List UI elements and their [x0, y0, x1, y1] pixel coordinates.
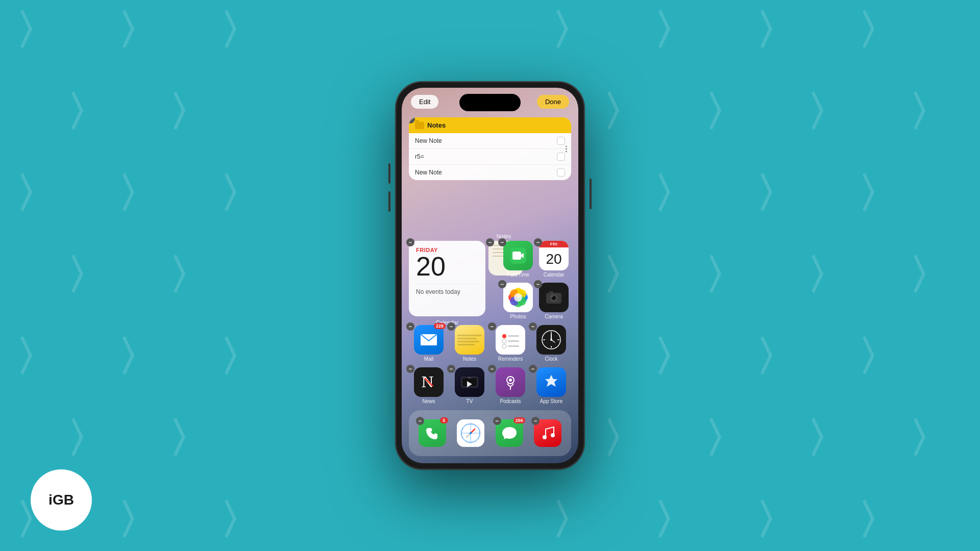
phone-svg [425, 426, 439, 440]
safari-dock-app[interactable]: − [457, 419, 484, 447]
camera-app[interactable]: − Camera [536, 283, 571, 323]
chevron-icon: 〉 [755, 337, 796, 378]
reminders-app[interactable]: − Reminders [491, 325, 530, 362]
chevron-icon: 〉 [219, 173, 260, 214]
photos-label: Photos [510, 314, 526, 319]
reminders-label: Reminders [498, 356, 523, 362]
mail-app[interactable]: − 228 Mail [409, 325, 449, 362]
notes-widget-large[interactable]: − Notes New Note r5= [409, 117, 571, 180]
volume-up-button [388, 163, 390, 184]
chevron-icon: 〉 [117, 500, 158, 541]
phone-screen: Edit Done − Notes New Note [402, 88, 578, 463]
news-remove[interactable]: − [406, 365, 414, 373]
notes-app-icon[interactable] [455, 325, 484, 355]
mail-icon[interactable]: 228 [414, 325, 444, 355]
calendar-no-events: No events today [416, 288, 478, 295]
dynamic-island [459, 94, 521, 111]
chevron-icon: 〉 [857, 173, 898, 214]
chevron-icon: 〉 [168, 418, 209, 459]
notes-row-2[interactable]: r5= [409, 149, 571, 165]
mail-label: Mail [424, 356, 433, 362]
news-svg: N [420, 373, 438, 391]
chevron-icon: 〉 [653, 337, 694, 378]
phone-dock-app[interactable]: − 5 [419, 419, 446, 447]
facetime-label: FaceTime [507, 272, 529, 278]
tv-remove[interactable]: − [447, 365, 455, 373]
reminders-remove[interactable]: − [488, 322, 496, 331]
notes-checkbox-2[interactable] [557, 153, 565, 161]
notes-small-remove[interactable]: − [486, 238, 494, 246]
podcasts-app[interactable]: − Podcasts [491, 367, 530, 404]
podcasts-svg [502, 373, 519, 391]
svg-rect-23 [508, 345, 519, 347]
podcasts-label: Podcasts [500, 398, 521, 404]
chevron-icon: 〉 [909, 92, 949, 133]
photos-remove[interactable]: − [498, 280, 506, 288]
chevron-icon: 〉 [755, 173, 796, 214]
podcasts-icon[interactable] [496, 367, 525, 397]
news-app[interactable]: − N News [409, 367, 449, 404]
phone-dock-remove[interactable]: − [416, 417, 424, 425]
notes-row-1[interactable]: New Note [409, 133, 571, 149]
messages-dock-remove[interactable]: − [493, 417, 501, 425]
svg-point-10 [514, 293, 522, 302]
edit-button[interactable]: Edit [411, 95, 438, 109]
clock-remove[interactable]: − [529, 322, 537, 331]
notes-widget-title: Notes [427, 121, 446, 129]
clock-icon[interactable] [536, 325, 566, 355]
chevron-icon: 〉 [653, 500, 694, 541]
safari-dock-icon[interactable] [457, 419, 484, 447]
facetime-remove[interactable]: − [498, 238, 506, 246]
news-icon[interactable]: N [414, 367, 444, 397]
tv-label: TV [467, 398, 473, 404]
mail-svg [420, 333, 438, 346]
notes-checkbox-1[interactable] [557, 137, 565, 145]
calendar-widget-remove[interactable]: − [406, 238, 414, 246]
calendar-remove[interactable]: − [534, 238, 542, 246]
calendar-widget[interactable]: − FRIDAY 20 No events today [409, 241, 485, 316]
facetime-icon[interactable] [503, 241, 533, 270]
chevron-icon: 〉 [66, 92, 107, 133]
calendar-icon[interactable]: FRI 20 [539, 241, 569, 270]
svg-rect-12 [549, 291, 553, 294]
svg-point-37 [509, 379, 512, 382]
facetime-app[interactable]: − FaceTime [501, 241, 535, 282]
camera-icon[interactable] [539, 283, 569, 312]
app-grid-row3: − N News − [409, 367, 571, 404]
chevron-icon: 〉 [15, 173, 56, 214]
chevron-icon: 〉 [806, 92, 847, 133]
volume-down-button [388, 191, 390, 212]
notes-row-3[interactable]: New Note [409, 165, 571, 180]
calendar-app[interactable]: − FRI 20 Calendar [536, 241, 571, 282]
appstore-app[interactable]: − App Store [531, 367, 571, 404]
photos-app[interactable]: − [501, 283, 535, 323]
photos-icon[interactable] [503, 283, 533, 312]
music-dock-app[interactable]: − [534, 419, 561, 447]
svg-point-20 [502, 339, 506, 343]
messages-dock-app[interactable]: − 266 [496, 419, 523, 447]
appstore-icon[interactable] [536, 367, 566, 397]
reminders-icon[interactable] [496, 325, 525, 355]
tv-app[interactable]: − TV+ TV [450, 367, 489, 404]
mail-remove[interactable]: − [406, 322, 414, 331]
chevron-icon: 〉 [602, 255, 643, 296]
svg-point-22 [502, 344, 506, 348]
chevron-icon: 〉 [551, 10, 592, 51]
notes-app-remove[interactable]: − [447, 322, 455, 331]
chevron-icon: 〉 [117, 10, 158, 51]
podcasts-remove[interactable]: − [488, 365, 496, 373]
notes-checkbox-3[interactable] [557, 168, 565, 177]
chevron-icon: 〉 [117, 337, 158, 378]
clock-app[interactable]: − [531, 325, 571, 362]
notes-app[interactable]: − Notes [450, 325, 489, 362]
appstore-remove[interactable]: − [529, 365, 537, 373]
svg-point-18 [502, 334, 506, 338]
tv-icon[interactable]: TV+ [455, 367, 484, 397]
phone-outer: Edit Done − Notes New Note [396, 82, 584, 469]
camera-remove[interactable]: − [534, 280, 542, 288]
done-button[interactable]: Done [537, 95, 569, 109]
appstore-svg [542, 373, 560, 391]
app-grid-top-right: − FaceTime − FRI 20 [501, 241, 571, 323]
igb-logo: iGB [31, 469, 92, 531]
chevron-icon: 〉 [857, 10, 898, 51]
